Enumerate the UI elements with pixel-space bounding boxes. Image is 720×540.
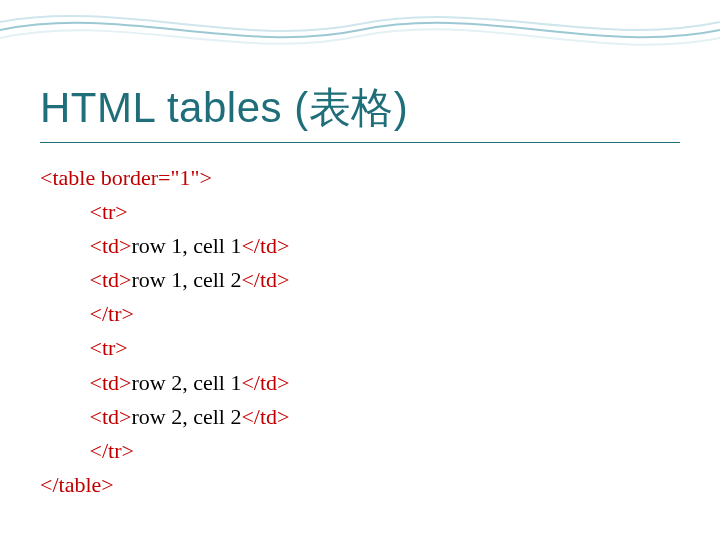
code-tag: <tr> xyxy=(90,199,128,224)
code-text: row 1, cell 2 xyxy=(131,267,241,292)
code-tag: <table border="1"> xyxy=(40,165,212,190)
code-text: row 2, cell 1 xyxy=(131,370,241,395)
code-text: row 1, cell 1 xyxy=(131,233,241,258)
code-tag: <tr> xyxy=(90,335,128,360)
code-text: row 2, cell 2 xyxy=(131,404,241,429)
code-tag: </table> xyxy=(40,472,114,497)
slide-title: HTML tables (表格) xyxy=(40,80,680,136)
code-tag: </td> xyxy=(241,404,289,429)
code-tag: </tr> xyxy=(90,301,134,326)
code-tag: <td> xyxy=(90,267,132,292)
code-tag: <td> xyxy=(90,233,132,258)
code-tag: <td> xyxy=(90,370,132,395)
code-tag: </td> xyxy=(241,370,289,395)
title-underline xyxy=(40,142,680,143)
code-block: <table border="1"> <tr> <td>row 1, cell … xyxy=(40,161,680,502)
code-tag: </td> xyxy=(241,267,289,292)
slide-content: HTML tables (表格) <table border="1"> <tr>… xyxy=(0,0,720,502)
code-tag: </tr> xyxy=(90,438,134,463)
code-tag: <td> xyxy=(90,404,132,429)
code-tag: </td> xyxy=(241,233,289,258)
